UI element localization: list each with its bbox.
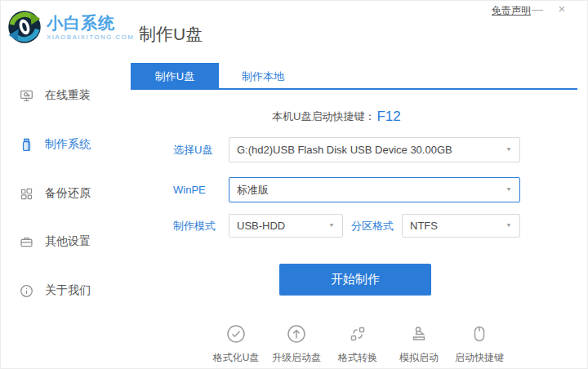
settings-case-icon [20,235,33,249]
make-mode-select[interactable]: USB-HDD ▼ [229,214,343,238]
check-circle-icon [225,323,247,345]
partition-format-value: NTFS [410,220,438,232]
chevron-down-icon: ▼ [506,187,512,193]
sidebar-item-label: 制作系统 [45,137,91,152]
make-mode-value: USB-HDD [237,220,285,232]
chevron-down-icon: ▼ [328,223,335,229]
brand-logo-icon [7,9,42,45]
app-window: 免责声明 — × 小白系统 XIAOBAIXITONG.COM 制作U盘 [0,0,588,369]
partition-format-select[interactable]: NTFS ▼ [402,214,520,238]
backup-restore-icon [20,187,33,201]
winpe-select-value: 标准版 [237,183,269,198]
tool-format-usb[interactable]: 格式化U盘 [202,323,270,365]
sidebar-item-online-reinstall[interactable]: 在线重装 [0,84,131,107]
chevron-down-icon: ▼ [506,223,512,229]
info-icon [20,284,33,298]
tab-make-usb[interactable]: 制作U盘 [131,63,219,90]
tool-simulate-boot[interactable]: 模拟启动 [385,323,453,365]
close-button[interactable]: × [552,0,572,20]
tool-boot-hotkey[interactable]: 启动快捷键 [445,323,514,365]
winpe-select-label: WinPE [173,177,206,202]
usb-select-label: 选择U盘 [173,137,212,162]
usb-drive-icon [20,138,33,152]
tool-format-convert[interactable]: 格式转换 [323,323,392,365]
monitor-reinstall-icon [20,89,33,103]
sidebar-item-make-system[interactable]: 制作系统 [0,133,131,156]
app-logo: 小白系统 XIAOBAIXITONG.COM [7,9,134,45]
usb-select-value: G:(hd2)USB Flash Disk USB Device 30.00GB [237,144,452,156]
sidebar-item-label: 在线重装 [45,88,91,103]
page-title: 制作U盘 [139,23,203,46]
sidebar-item-label: 关于我们 [45,283,91,298]
winpe-select[interactable]: 标准版 ▼ [229,177,520,202]
brand-name: 小白系统 [47,14,134,32]
stamp-icon [408,323,430,345]
sidebar-item-about-us[interactable]: 关于我们 [0,279,131,302]
make-mode-label: 制作模式 [173,214,216,238]
boot-hotkey-line: 本机U盘启动快捷键： F12 [272,107,401,127]
sidebar-item-other-settings[interactable]: 其他设置 [0,230,131,253]
mouse-icon [469,323,490,345]
sidebar-item-label: 备份还原 [45,186,91,201]
boot-hotkey-text: 本机U盘启动快捷键： [272,109,375,124]
tool-label: 升级启动盘 [262,351,331,365]
tool-label: 格式化U盘 [202,351,270,365]
brand-domain: XIAOBAIXITONG.COM [47,33,134,41]
tool-label: 启动快捷键 [445,351,514,365]
sidebar-item-label: 其他设置 [45,234,91,249]
tool-label: 格式转换 [323,351,392,365]
tab-underline [131,88,577,90]
upload-circle-icon [286,323,307,345]
boot-hotkey-value: F12 [376,109,400,125]
partition-format-label: 分区格式 [351,214,394,238]
chevron-down-icon: ▼ [506,147,512,153]
convert-icon [347,323,368,345]
tab-make-local[interactable]: 制作本地 [219,63,307,90]
usb-select[interactable]: G:(hd2)USB Flash Disk USB Device 30.00GB… [229,137,520,162]
sidebar-item-backup-restore[interactable]: 备份还原 [0,182,131,205]
minimize-button[interactable]: — [528,0,547,20]
tool-upgrade-boot-disk[interactable]: 升级启动盘 [262,323,331,365]
tool-label: 模拟启动 [385,351,453,365]
start-make-button[interactable]: 开始制作 [279,264,431,296]
disclaimer-link[interactable]: 免责声明 [492,4,531,18]
